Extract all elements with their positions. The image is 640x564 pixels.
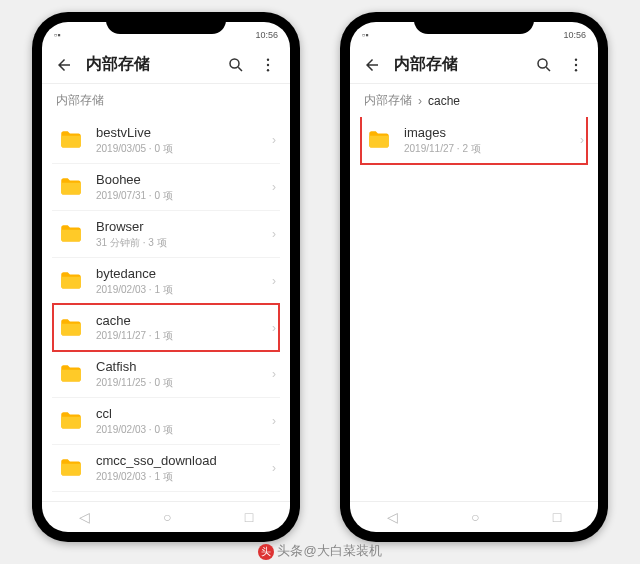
folder-name: images xyxy=(404,125,570,142)
more-icon[interactable] xyxy=(258,55,278,75)
status-time: 10:56 xyxy=(255,30,278,40)
folder-meta: 2019/11/27 · 2 项 xyxy=(404,142,570,155)
phone-left: ▫▪ 10:56 内部存储 内部存储 bestvLive xyxy=(32,12,300,542)
folder-icon xyxy=(56,315,86,341)
breadcrumb: 内部存储 xyxy=(42,84,290,117)
folder-row[interactable]: bestvLive2019/03/05 · 0 项› xyxy=(52,117,280,164)
nav-recent-icon[interactable]: □ xyxy=(553,509,561,525)
nav-back-icon[interactable]: ◁ xyxy=(79,509,90,525)
nav-home-icon[interactable]: ○ xyxy=(471,509,479,525)
folder-meta: 2019/11/25 · 0 项 xyxy=(96,376,262,389)
folder-meta: 2019/02/03 · 1 项 xyxy=(96,470,262,483)
breadcrumb: 内部存储 › cache xyxy=(350,84,598,117)
folder-icon xyxy=(56,221,86,247)
chevron-right-icon: › xyxy=(418,94,422,108)
folder-name: Boohee xyxy=(96,172,262,189)
chevron-right-icon: › xyxy=(272,461,276,475)
chevron-right-icon: › xyxy=(272,133,276,147)
folder-list: bestvLive2019/03/05 · 0 项›Boohee2019/07/… xyxy=(42,117,290,501)
svg-point-3 xyxy=(267,63,269,65)
nav-recent-icon[interactable]: □ xyxy=(245,509,253,525)
source-logo-icon: 头 xyxy=(258,544,274,560)
folder-icon xyxy=(56,174,86,200)
folder-meta: 2019/11/27 · 1 项 xyxy=(96,329,262,342)
folder-row[interactable]: ccl2019/02/03 · 0 项› xyxy=(52,398,280,445)
signal-icon: ▫▪ xyxy=(54,30,60,40)
page-title: 内部存储 xyxy=(394,54,522,75)
search-icon[interactable] xyxy=(534,55,554,75)
chevron-right-icon: › xyxy=(272,414,276,428)
folder-icon xyxy=(56,268,86,294)
folder-name: cmcc_sso_ks xyxy=(96,500,262,501)
back-icon[interactable] xyxy=(54,55,74,75)
page-title: 内部存储 xyxy=(86,54,214,75)
nav-back-icon[interactable]: ◁ xyxy=(387,509,398,525)
folder-meta: 2019/02/03 · 1 项 xyxy=(96,283,262,296)
folder-name: bytedance xyxy=(96,266,262,283)
folder-meta: 31 分钟前 · 3 项 xyxy=(96,236,262,249)
attribution: 头头条@大白菜装机 xyxy=(0,542,640,560)
folder-icon xyxy=(56,455,86,481)
folder-row[interactable]: cache2019/11/27 · 1 项› xyxy=(52,305,280,352)
svg-line-6 xyxy=(546,67,550,71)
breadcrumb-root[interactable]: 内部存储 xyxy=(56,92,104,109)
status-time: 10:56 xyxy=(563,30,586,40)
chevron-right-icon: › xyxy=(272,321,276,335)
folder-row[interactable]: Boohee2019/07/31 · 0 项› xyxy=(52,164,280,211)
folder-row[interactable]: Catfish2019/11/25 · 0 项› xyxy=(52,351,280,398)
folder-name: bestvLive xyxy=(96,125,262,142)
folder-meta: 2019/03/05 · 0 项 xyxy=(96,142,262,155)
chevron-right-icon: › xyxy=(272,274,276,288)
svg-line-1 xyxy=(238,67,242,71)
folder-name: cache xyxy=(96,313,262,330)
system-nav: ◁ ○ □ xyxy=(350,501,598,532)
phone-right: ▫▪ 10:56 内部存储 内部存储 › cach xyxy=(340,12,608,542)
chevron-right-icon: › xyxy=(272,227,276,241)
chevron-right-icon: › xyxy=(580,133,584,147)
svg-point-4 xyxy=(267,69,269,71)
search-icon[interactable] xyxy=(226,55,246,75)
svg-point-5 xyxy=(538,59,547,68)
folder-list: images2019/11/27 · 2 项› xyxy=(350,117,598,501)
signal-icon: ▫▪ xyxy=(362,30,368,40)
more-icon[interactable] xyxy=(566,55,586,75)
folder-meta: 2019/07/31 · 0 项 xyxy=(96,189,262,202)
breadcrumb-parent[interactable]: 内部存储 xyxy=(364,92,412,109)
svg-point-0 xyxy=(230,59,239,68)
folder-row[interactable]: cmcc_sso_download2019/02/03 · 1 项› xyxy=(52,445,280,492)
app-header: 内部存储 xyxy=(42,46,290,84)
system-nav: ◁ ○ □ xyxy=(42,501,290,532)
folder-name: Catfish xyxy=(96,359,262,376)
folder-icon xyxy=(56,408,86,434)
folder-name: ccl xyxy=(96,406,262,423)
folder-icon xyxy=(56,127,86,153)
chevron-right-icon: › xyxy=(272,180,276,194)
breadcrumb-current: cache xyxy=(428,94,460,108)
svg-point-9 xyxy=(575,69,577,71)
svg-point-7 xyxy=(575,58,577,60)
svg-point-2 xyxy=(267,58,269,60)
folder-name: Browser xyxy=(96,219,262,236)
svg-point-8 xyxy=(575,63,577,65)
folder-icon xyxy=(364,127,394,153)
footer-suffix: @大白菜装机 xyxy=(303,543,381,558)
folder-meta: 2019/02/03 · 0 项 xyxy=(96,423,262,436)
folder-name: cmcc_sso_download xyxy=(96,453,262,470)
chevron-right-icon: › xyxy=(272,367,276,381)
app-header: 内部存储 xyxy=(350,46,598,84)
folder-row[interactable]: Browser31 分钟前 · 3 项› xyxy=(52,211,280,258)
back-icon[interactable] xyxy=(362,55,382,75)
folder-row[interactable]: cmcc_sso_ks2019/03/29 · 1 项› xyxy=(52,492,280,501)
nav-home-icon[interactable]: ○ xyxy=(163,509,171,525)
folder-icon xyxy=(56,361,86,387)
folder-row[interactable]: images2019/11/27 · 2 项› xyxy=(360,117,588,164)
folder-row[interactable]: bytedance2019/02/03 · 1 项› xyxy=(52,258,280,305)
footer-prefix: 头条 xyxy=(277,543,303,558)
